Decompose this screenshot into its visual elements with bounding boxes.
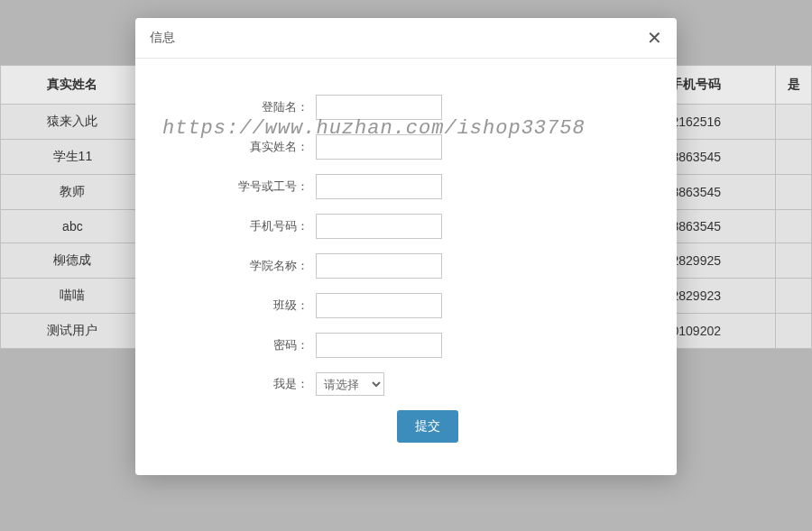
modal-body: 登陆名： 真实姓名： 学号或工号： 手机号码： 学院名称：: [135, 59, 677, 475]
submit-button[interactable]: 提交: [397, 410, 458, 443]
phone-label: 手机号码：: [171, 218, 316, 234]
college-label: 学院名称：: [171, 258, 316, 274]
idnum-label: 学号或工号：: [171, 179, 316, 195]
role-label: 我是：: [171, 376, 316, 392]
modal-header: 信息 ✕: [135, 18, 677, 59]
password-input[interactable]: [316, 333, 442, 358]
realname-input[interactable]: [316, 134, 442, 160]
info-modal: 信息 ✕ 登陆名： 真实姓名： 学号或工号： 手机号码：: [135, 18, 677, 475]
login-label: 登陆名：: [171, 99, 316, 115]
idnum-input[interactable]: [316, 174, 442, 199]
login-input[interactable]: [316, 95, 442, 120]
modal-title: 信息: [150, 30, 175, 46]
college-input[interactable]: [316, 253, 442, 279]
role-select[interactable]: 请选择: [316, 372, 384, 396]
close-icon[interactable]: ✕: [647, 29, 662, 47]
class-input[interactable]: [316, 293, 442, 318]
realname-label: 真实姓名：: [171, 139, 316, 155]
modal-overlay: 信息 ✕ 登陆名： 真实姓名： 学号或工号： 手机号码：: [0, 0, 812, 531]
class-label: 班级：: [171, 298, 316, 314]
phone-input[interactable]: [316, 214, 442, 239]
password-label: 密码：: [171, 337, 316, 353]
